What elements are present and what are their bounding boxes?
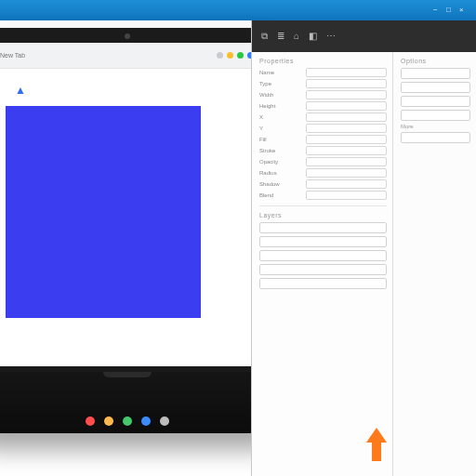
property-value-input[interactable]	[306, 157, 387, 166]
property-row: Y	[259, 124, 387, 133]
laptop-screen: New Tab ▲	[0, 43, 261, 366]
property-row: X	[259, 112, 387, 122]
property-row: Name	[259, 68, 387, 77]
property-label: Shadow	[259, 181, 302, 187]
layer-entry[interactable]	[259, 278, 387, 289]
inspector-body: Properties NameTypeWidthHeightXYFillStro…	[252, 52, 476, 476]
option-slot[interactable]	[401, 132, 470, 143]
property-label: Blend	[259, 192, 302, 198]
camera-dot-icon	[125, 33, 130, 39]
property-label: Stroke	[259, 148, 302, 153]
inspector-left-column: Properties NameTypeWidthHeightXYFillStro…	[252, 52, 393, 476]
alert-triangle-icon: ▲	[15, 84, 26, 97]
option-slot[interactable]	[401, 110, 470, 121]
property-label: X	[259, 114, 302, 120]
toolbar-item-b[interactable]: ≣	[277, 32, 284, 42]
panel-icon: ◧	[309, 32, 317, 41]
layers-section-title: Layers	[259, 212, 387, 218]
property-label: Name	[259, 70, 302, 75]
dock-app-5-icon[interactable]	[160, 416, 169, 426]
layer-entry[interactable]	[259, 264, 387, 275]
workspace: New Tab ▲	[0, 20, 476, 476]
toolbar-item-a[interactable]: ⧉	[261, 32, 268, 42]
property-value-input[interactable]	[306, 124, 387, 133]
properties-section-title: Properties	[259, 58, 387, 64]
divider	[259, 205, 387, 206]
laptop-base	[0, 372, 283, 433]
browser-chrome-bar: New Tab	[0, 43, 261, 69]
property-row: Type	[259, 79, 387, 88]
property-row: Stroke	[259, 146, 387, 155]
property-row: Height	[259, 101, 387, 111]
property-label: Fill	[259, 137, 302, 142]
property-value-input[interactable]	[306, 168, 387, 178]
layer-entry[interactable]	[259, 236, 387, 247]
more-icon: ⋯	[326, 32, 336, 41]
options-section-title: Options	[401, 58, 470, 64]
browser-window-controls	[217, 52, 254, 59]
properties-field-list: NameTypeWidthHeightXYFillStrokeOpacityRa…	[259, 68, 387, 200]
property-value-input[interactable]	[306, 79, 387, 88]
list-icon: ≣	[277, 32, 284, 41]
layout-icon: ⧉	[261, 32, 268, 41]
layer-entry[interactable]	[259, 222, 387, 233]
property-label: Height	[259, 103, 302, 109]
laptop-hinge-notch	[103, 372, 152, 377]
option-slot[interactable]	[401, 68, 470, 79]
dock-app-1-icon[interactable]	[86, 416, 95, 426]
property-value-input[interactable]	[306, 112, 387, 122]
dock-app-3-icon[interactable]	[123, 416, 132, 426]
option-slot[interactable]	[401, 96, 470, 107]
property-row: Blend	[259, 191, 387, 200]
inspector-right-column: Options More	[393, 52, 476, 476]
browser-page: ▲	[0, 69, 261, 366]
browser-tab[interactable]: New Tab	[0, 52, 25, 59]
dock-app-2-icon[interactable]	[104, 416, 113, 426]
property-label: Opacity	[259, 159, 302, 165]
taskbar-dock	[86, 416, 169, 426]
property-value-input[interactable]	[306, 191, 387, 200]
property-row: Opacity	[259, 157, 387, 166]
titlebar-window-controls: − □ ×	[433, 6, 469, 15]
inspector-toolbar: ⧉ ≣ ⌂ ◧ ⋯	[252, 20, 476, 52]
close-icon[interactable]: ×	[459, 6, 469, 15]
property-row: Width	[259, 90, 387, 99]
minimize-icon[interactable]: −	[433, 6, 443, 15]
property-row: Shadow	[259, 179, 387, 189]
dock-app-4-icon[interactable]	[141, 416, 151, 426]
layer-entry[interactable]	[259, 250, 387, 261]
option-slot[interactable]	[401, 82, 470, 93]
toolbar-item-d[interactable]: ◧	[309, 32, 317, 42]
property-row: Fill	[259, 135, 387, 144]
laptop-monitor: New Tab ▲	[0, 28, 269, 374]
home-icon: ⌂	[294, 32, 299, 41]
property-value-input[interactable]	[306, 90, 387, 99]
maximize-icon[interactable]: □	[446, 6, 456, 15]
maximize-dot-icon[interactable]	[237, 52, 244, 59]
property-label: Y	[259, 126, 302, 131]
property-label: Width	[259, 92, 302, 98]
inspector-panel: ⧉ ≣ ⌂ ◧ ⋯ Properties NameTy	[251, 20, 476, 476]
toolbar-item-e[interactable]: ⋯	[326, 32, 336, 42]
property-value-input[interactable]	[306, 179, 387, 189]
property-label: Type	[259, 81, 302, 86]
os-titlebar: − □ ×	[0, 0, 476, 20]
property-label: Radius	[259, 170, 302, 176]
canvas-rectangle[interactable]	[6, 106, 201, 318]
tab-dot-icon	[217, 52, 223, 59]
minimize-dot-icon[interactable]	[227, 52, 233, 59]
property-value-input[interactable]	[306, 146, 387, 155]
property-value-input[interactable]	[306, 68, 387, 77]
property-value-input[interactable]	[306, 101, 387, 111]
property-row: Radius	[259, 168, 387, 178]
property-value-input[interactable]	[306, 135, 387, 144]
options-subtitle: More	[401, 124, 470, 129]
toolbar-item-c[interactable]: ⌂	[294, 32, 299, 42]
